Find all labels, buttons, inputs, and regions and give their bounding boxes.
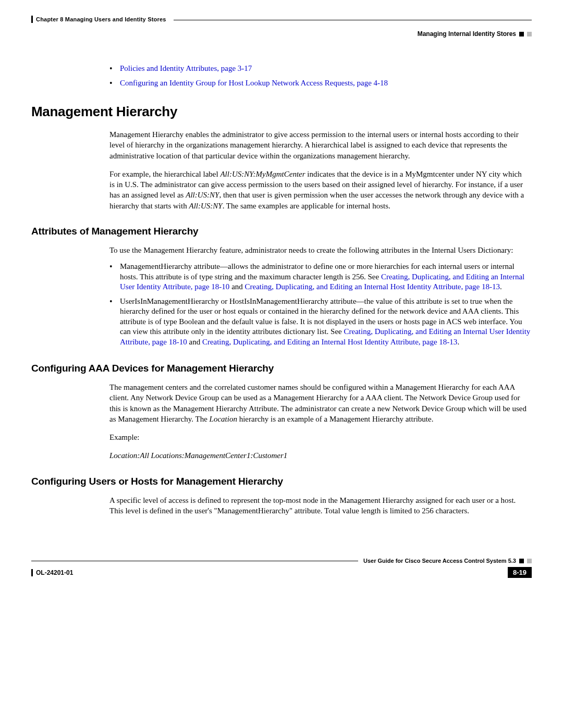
link-host-attr[interactable]: Creating, Duplicating, and Editing an In…	[245, 282, 500, 291]
paragraph: The management centers and the correlate…	[109, 382, 527, 424]
text-run: . The same examples are applicable for i…	[223, 202, 390, 210]
document-id: OL-24201-01	[36, 569, 73, 576]
related-links-list: Policies and Identity Attributes, page 3…	[31, 64, 532, 88]
list-item: Policies and Identity Attributes, page 3…	[109, 64, 532, 74]
footer-rule-icon	[31, 569, 33, 576]
heading-users-hosts: Configuring Users or Hosts for Managemen…	[31, 476, 532, 487]
square-icon	[527, 559, 532, 563]
list-item: ManagementHierarchy attribute—allows the…	[109, 262, 532, 292]
example-text: Location:All Locations:ManagementCenter1…	[109, 450, 527, 461]
link-policies[interactable]: Policies and Identity Attributes, page 3…	[120, 64, 252, 72]
text-run: and	[229, 282, 244, 291]
link-identity-group[interactable]: Configuring an Identity Group for Host L…	[120, 79, 388, 87]
guide-title: User Guide for Cisco Secure Access Contr…	[363, 558, 516, 564]
footer-line	[31, 561, 358, 561]
square-icon	[527, 32, 532, 36]
paragraph: A specific level of access is defined to…	[109, 495, 527, 516]
text-italic: All:US:NY	[186, 191, 219, 199]
text-run: For example, the hierarchical label	[109, 170, 220, 178]
text-run: .	[500, 282, 502, 291]
heading-attributes: Attributes of Management Hierarchy	[31, 226, 532, 237]
header-rule-icon	[31, 16, 33, 23]
text-run: and	[187, 338, 202, 346]
text-italic: Location	[210, 415, 237, 423]
page-footer: User Guide for Cisco Secure Access Contr…	[31, 558, 532, 578]
link-host-attr-2[interactable]: Creating, Duplicating, and Editing an In…	[202, 338, 457, 346]
list-item: UserIsInManagementHierarchy or HostIsInM…	[109, 297, 532, 348]
heading-management-hierarchy: Management Hierarchy	[31, 104, 532, 120]
text-run: .	[457, 338, 459, 346]
chapter-title: Chapter 8 Managing Users and Identity St…	[36, 16, 166, 22]
list-item: Configuring an Identity Group for Host L…	[109, 78, 532, 89]
heading-aaa-devices: Configuring AAA Devices for Management H…	[31, 363, 532, 374]
paragraph: Management Hierarchy enables the adminis…	[109, 129, 527, 161]
header-line	[174, 20, 532, 20]
text-italic: All:US:NY	[189, 202, 222, 210]
paragraph: For example, the hierarchical label All:…	[109, 169, 527, 211]
page-header: Chapter 8 Managing Users and Identity St…	[31, 16, 532, 38]
paragraph: Example:	[109, 432, 527, 442]
text-italic: All:US:NY:MyMgmtCenter	[220, 170, 305, 178]
square-icon	[519, 559, 524, 563]
attribute-list: ManagementHierarchy attribute—allows the…	[31, 262, 532, 347]
page-number: 8-19	[508, 567, 532, 578]
square-icon	[519, 32, 524, 36]
text-run: hierarchy is an example of a Management …	[237, 415, 434, 423]
paragraph: To use the Management Hierarchy feature,…	[109, 245, 527, 255]
section-title-header: Managing Internal Identity Stores	[418, 30, 516, 38]
